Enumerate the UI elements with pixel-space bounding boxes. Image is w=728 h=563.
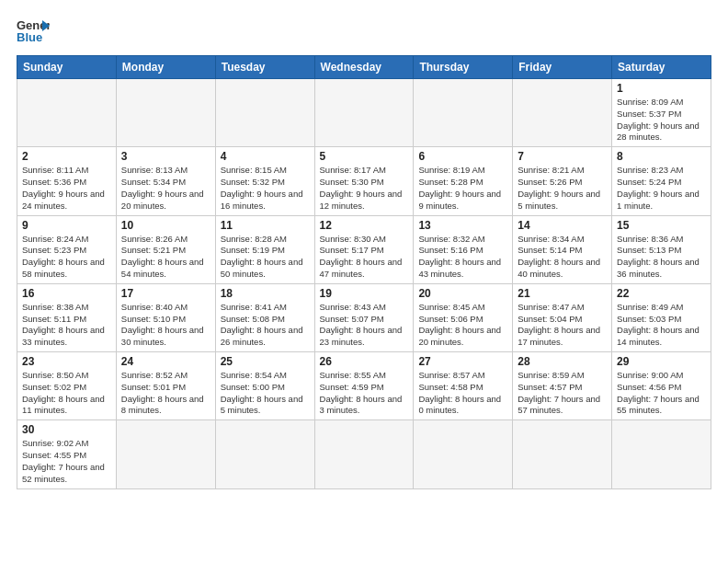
day-info: Sunrise: 8:55 AM Sunset: 4:59 PM Dayligh… [320,370,409,417]
calendar-cell: 22Sunrise: 8:49 AM Sunset: 5:03 PM Dayli… [612,283,711,351]
calendar-body: 1Sunrise: 8:09 AM Sunset: 5:37 PM Daylig… [17,79,711,489]
day-number: 12 [320,219,409,232]
day-info: Sunrise: 8:43 AM Sunset: 5:07 PM Dayligh… [320,302,409,349]
day-number: 24 [121,355,210,368]
calendar-cell: 13Sunrise: 8:32 AM Sunset: 5:16 PM Dayli… [414,215,513,283]
calendar-week-4: 16Sunrise: 8:38 AM Sunset: 5:11 PM Dayli… [17,283,711,351]
calendar-cell [215,79,314,147]
day-info: Sunrise: 8:24 AM Sunset: 5:23 PM Dayligh… [22,234,111,281]
calendar-week-2: 2Sunrise: 8:11 AM Sunset: 5:36 PM Daylig… [17,147,711,215]
day-info: Sunrise: 8:13 AM Sunset: 5:34 PM Dayligh… [121,165,210,212]
day-info: Sunrise: 8:26 AM Sunset: 5:21 PM Dayligh… [121,234,210,281]
day-info: Sunrise: 8:45 AM Sunset: 5:06 PM Dayligh… [418,302,507,349]
day-info: Sunrise: 8:09 AM Sunset: 5:37 PM Dayligh… [617,97,706,144]
calendar-week-5: 23Sunrise: 8:50 AM Sunset: 5:02 PM Dayli… [17,352,711,420]
calendar-cell: 28Sunrise: 8:59 AM Sunset: 4:57 PM Dayli… [513,352,612,420]
calendar-week-1: 1Sunrise: 8:09 AM Sunset: 5:37 PM Daylig… [17,79,711,147]
calendar-cell: 21Sunrise: 8:47 AM Sunset: 5:04 PM Dayli… [513,283,612,351]
day-info: Sunrise: 8:49 AM Sunset: 5:03 PM Dayligh… [617,302,706,349]
day-info: Sunrise: 8:41 AM Sunset: 5:08 PM Dayligh… [221,302,310,349]
calendar-cell: 20Sunrise: 8:45 AM Sunset: 5:06 PM Dayli… [414,283,513,351]
day-number: 26 [320,355,409,368]
calendar-week-6: 30Sunrise: 9:02 AM Sunset: 4:55 PM Dayli… [17,420,711,488]
day-number: 9 [22,219,111,232]
day-info: Sunrise: 8:17 AM Sunset: 5:30 PM Dayligh… [320,165,409,212]
day-number: 6 [418,150,507,163]
calendar-cell [612,420,711,488]
day-info: Sunrise: 8:30 AM Sunset: 5:17 PM Dayligh… [320,234,409,281]
day-number: 20 [418,287,507,300]
calendar-cell [414,79,513,147]
calendar-cell: 14Sunrise: 8:34 AM Sunset: 5:14 PM Dayli… [513,215,612,283]
calendar-cell: 24Sunrise: 8:52 AM Sunset: 5:01 PM Dayli… [116,352,215,420]
day-number: 29 [617,355,706,368]
calendar-cell: 15Sunrise: 8:36 AM Sunset: 5:13 PM Dayli… [612,215,711,283]
calendar-cell: 7Sunrise: 8:21 AM Sunset: 5:26 PM Daylig… [513,147,612,215]
day-number: 30 [22,423,111,436]
calendar-cell: 27Sunrise: 8:57 AM Sunset: 4:58 PM Dayli… [414,352,513,420]
day-number: 10 [121,219,210,232]
logo: General Blue [17,17,50,44]
day-info: Sunrise: 8:34 AM Sunset: 5:14 PM Dayligh… [518,234,607,281]
calendar-cell [116,79,215,147]
calendar-cell [314,420,414,488]
day-info: Sunrise: 8:59 AM Sunset: 4:57 PM Dayligh… [518,370,607,417]
weekday-header-thursday: Thursday [414,56,513,79]
day-number: 28 [518,355,607,368]
calendar-cell: 10Sunrise: 8:26 AM Sunset: 5:21 PM Dayli… [116,215,215,283]
day-info: Sunrise: 8:52 AM Sunset: 5:01 PM Dayligh… [121,370,210,417]
day-info: Sunrise: 8:11 AM Sunset: 5:36 PM Dayligh… [22,165,111,212]
day-number: 11 [221,219,310,232]
svg-text:Blue: Blue [17,30,42,44]
day-number: 8 [617,150,706,163]
calendar-cell: 8Sunrise: 8:23 AM Sunset: 5:24 PM Daylig… [612,147,711,215]
weekday-header-row: SundayMondayTuesdayWednesdayThursdayFrid… [17,56,711,79]
calendar-week-3: 9Sunrise: 8:24 AM Sunset: 5:23 PM Daylig… [17,215,711,283]
day-info: Sunrise: 8:21 AM Sunset: 5:26 PM Dayligh… [518,165,607,212]
calendar-cell: 4Sunrise: 8:15 AM Sunset: 5:32 PM Daylig… [215,147,314,215]
calendar-cell: 3Sunrise: 8:13 AM Sunset: 5:34 PM Daylig… [116,147,215,215]
day-info: Sunrise: 8:57 AM Sunset: 4:58 PM Dayligh… [418,370,507,417]
calendar-cell [215,420,314,488]
calendar-cell: 6Sunrise: 8:19 AM Sunset: 5:28 PM Daylig… [414,147,513,215]
day-info: Sunrise: 8:28 AM Sunset: 5:19 PM Dayligh… [221,234,310,281]
day-info: Sunrise: 8:54 AM Sunset: 5:00 PM Dayligh… [221,370,310,417]
day-info: Sunrise: 8:47 AM Sunset: 5:04 PM Dayligh… [518,302,607,349]
calendar-cell [513,79,612,147]
day-info: Sunrise: 9:02 AM Sunset: 4:55 PM Dayligh… [22,438,111,485]
calendar-cell: 25Sunrise: 8:54 AM Sunset: 5:00 PM Dayli… [215,352,314,420]
calendar-cell: 1Sunrise: 8:09 AM Sunset: 5:37 PM Daylig… [612,79,711,147]
weekday-header-tuesday: Tuesday [215,56,314,79]
day-number: 23 [22,355,111,368]
calendar-cell [17,79,117,147]
day-number: 13 [418,219,507,232]
day-info: Sunrise: 8:38 AM Sunset: 5:11 PM Dayligh… [22,302,111,349]
day-number: 14 [518,219,607,232]
day-number: 3 [121,150,210,163]
day-number: 18 [221,287,310,300]
calendar-cell: 30Sunrise: 9:02 AM Sunset: 4:55 PM Dayli… [17,420,117,488]
calendar-cell: 5Sunrise: 8:17 AM Sunset: 5:30 PM Daylig… [314,147,414,215]
calendar-header: SundayMondayTuesdayWednesdayThursdayFrid… [17,56,711,79]
day-info: Sunrise: 8:36 AM Sunset: 5:13 PM Dayligh… [617,234,706,281]
page: General Blue SundayMondayTuesdayWednesda… [0,0,728,499]
calendar: SundayMondayTuesdayWednesdayThursdayFrid… [17,55,711,489]
calendar-cell: 19Sunrise: 8:43 AM Sunset: 5:07 PM Dayli… [314,283,414,351]
calendar-cell: 2Sunrise: 8:11 AM Sunset: 5:36 PM Daylig… [17,147,117,215]
day-number: 25 [221,355,310,368]
calendar-cell: 26Sunrise: 8:55 AM Sunset: 4:59 PM Dayli… [314,352,414,420]
weekday-header-wednesday: Wednesday [314,56,414,79]
day-info: Sunrise: 9:00 AM Sunset: 4:56 PM Dayligh… [617,370,706,417]
weekday-header-sunday: Sunday [17,56,117,79]
day-number: 22 [617,287,706,300]
calendar-cell [314,79,414,147]
calendar-cell: 17Sunrise: 8:40 AM Sunset: 5:10 PM Dayli… [116,283,215,351]
day-info: Sunrise: 8:23 AM Sunset: 5:24 PM Dayligh… [617,165,706,212]
day-number: 17 [121,287,210,300]
calendar-cell [414,420,513,488]
weekday-header-monday: Monday [116,56,215,79]
weekday-header-friday: Friday [513,56,612,79]
day-number: 2 [22,150,111,163]
generalblue-logo-icon: General Blue [17,17,50,44]
day-info: Sunrise: 8:19 AM Sunset: 5:28 PM Dayligh… [418,165,507,212]
